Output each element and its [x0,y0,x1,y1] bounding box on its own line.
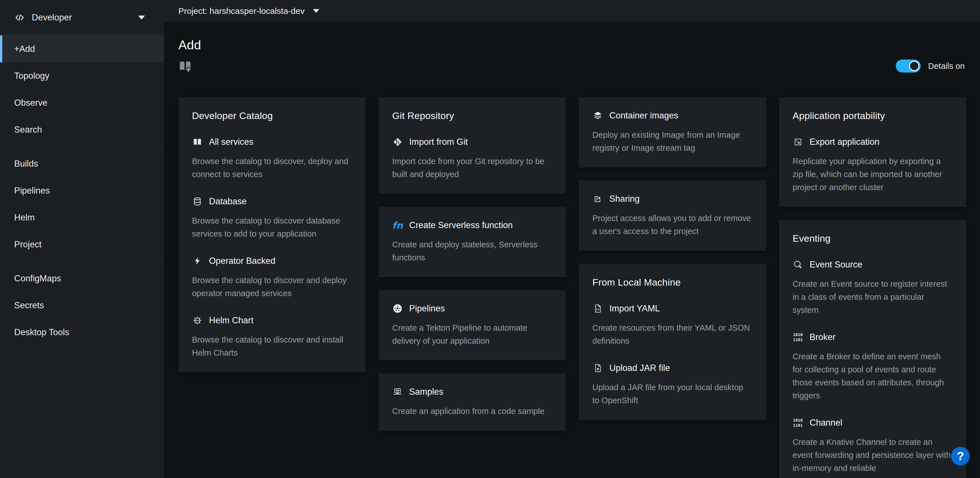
card-title: Developer Catalog [192,110,352,121]
database-icon [192,196,203,207]
svg-text:1101: 1101 [793,423,803,427]
chevron-down-icon [138,16,145,19]
action-label: Import from Git [409,137,468,147]
action-create-serverless-function[interactable]: fn Create Serverless function Create and… [392,220,552,264]
card-title: Application portability [792,110,953,121]
column-4: Application portability Export applicati… [779,97,966,478]
card-title: Eventing [792,233,953,244]
column-2: Git Repository [379,97,566,431]
action-label: Pipelines [409,303,445,314]
details-toggle-switch[interactable] [896,59,921,73]
export-icon [792,137,803,147]
action-description: Create an application from a code sample [392,405,552,418]
action-event-source[interactable]: Event Source Create an Event source to r… [792,259,953,316]
helm-icon: HELM [192,315,203,326]
pipelines-icon [392,303,403,314]
sidebar-item-helm[interactable]: Helm [0,204,164,231]
topbar: Project: harshcasper-localsta-dev [164,0,980,22]
header-divider [178,81,980,82]
sidebar-item-secrets[interactable]: Secrets [0,292,164,319]
action-label: Samples [409,387,444,397]
broker-icon: 1010 1101 [792,332,803,343]
card-pipelines: Pipelines Create a Tekton Pipeline to au… [379,290,566,360]
action-description: Create an Event source to register inter… [792,277,953,316]
action-samples[interactable]: Samples Create an application from a cod… [392,386,552,418]
bolt-icon [192,256,203,266]
function-icon: fn [392,220,403,231]
card-sharing: Sharing Project access allows you to add… [579,181,766,251]
add-card-columns: Developer Catalog All services Browse th… [178,97,980,478]
action-import-yaml[interactable]: Import YAML Create resources from their … [592,303,752,348]
action-broker[interactable]: 1010 1101 Broker Create a Broker to defi… [792,332,953,402]
action-label: Container images [609,111,678,121]
column-1: Developer Catalog All services Browse th… [178,97,366,372]
action-operator-backed[interactable]: Operator Backed Browse the catalog to di… [192,256,352,300]
page-header-row: Details on [178,59,980,73]
code-icon [14,12,25,23]
perspective-label: Developer [32,13,72,23]
toggle-knob-icon [909,61,919,71]
sidebar-item-project[interactable]: Project [0,231,164,258]
catalog-plus-icon[interactable] [178,59,192,73]
action-description: Create a Tekton Pipeline to automate del… [392,321,552,348]
action-description: Project access allows you to add or remo… [592,212,752,238]
action-label: Create Serverless function [409,220,513,230]
action-label: Database [209,196,247,206]
sidebar-divider [0,261,164,262]
chevron-down-icon [313,9,319,13]
action-label: Operator Backed [209,256,275,266]
action-description: Import code from your Git repository to … [392,155,552,181]
svg-text:1010: 1010 [793,332,803,337]
card-application-portability: Application portability Export applicati… [779,97,966,207]
sidebar-item-configmaps[interactable]: ConfigMaps [0,265,164,292]
sidebar-item-topology[interactable]: Topology [0,62,164,89]
action-description: Browse the catalog to discover database … [192,214,352,240]
book-icon [192,137,203,147]
action-database[interactable]: Database Browse the catalog to discover … [192,196,352,240]
action-label: Helm Chart [209,315,253,326]
details-toggle-label: Details on [928,62,965,71]
perspective-switcher[interactable]: Developer [0,0,164,35]
svg-text:1101: 1101 [793,337,803,342]
action-label: Channel [810,418,842,428]
sidebar-item-builds[interactable]: Builds [0,150,164,177]
action-upload-jar-file[interactable]: Upload JAR file Upload a JAR file from y… [592,363,752,407]
sidebar: Developer +Add Topology Observe Search B… [0,0,164,478]
action-label: Event Source [810,260,862,270]
action-description: Deploy an existing Image from an Image r… [592,129,752,154]
git-icon [392,137,403,147]
sidebar-item-pipelines[interactable]: Pipelines [0,177,164,204]
help-button[interactable]: ? [951,447,970,465]
details-toggle-group: Details on [896,59,965,73]
sidebar-item-observe[interactable]: Observe [0,89,164,116]
sidebar-item-desktop-tools[interactable]: Desktop Tools [0,319,164,346]
action-description: Browse the catalog to discover, deploy a… [192,155,352,181]
channel-icon: 1010 1101 [792,418,803,428]
action-sharing[interactable]: Sharing Project access allows you to add… [592,194,752,238]
action-description: Replicate your application by exporting … [792,155,953,194]
event-source-icon [792,259,803,270]
card-samples: Samples Create an application from a cod… [379,373,566,431]
action-helm-chart[interactable]: HELM Helm Chart Browse the catalog to di… [192,315,352,359]
action-label: Export application [810,137,879,147]
project-selector[interactable]: Project: harshcasper-localsta-dev [178,6,319,16]
share-icon [592,194,603,204]
action-channel[interactable]: 1010 1101 Channel Create a Knative Chann… [792,418,953,475]
action-all-services[interactable]: All services Browse the catalog to disco… [192,137,352,181]
sidebar-item-search[interactable]: Search [0,116,164,143]
layers-icon [592,110,603,121]
card-title: From Local Machine [592,277,752,288]
action-label: Broker [810,332,835,342]
action-description: Upload a JAR file from your local deskto… [592,381,752,407]
card-serverless-function: fn Create Serverless function Create and… [379,207,566,277]
yaml-file-icon [592,303,603,314]
svg-text:1010: 1010 [793,418,803,422]
action-container-images[interactable]: Container images Deploy an existing Imag… [592,110,752,154]
action-export-application[interactable]: Export application Replicate your applic… [792,137,953,194]
action-description: Browse the catalog to discover and deplo… [192,274,352,300]
action-pipelines[interactable]: Pipelines Create a Tekton Pipeline to au… [392,303,552,348]
page-title: Add [178,38,980,52]
action-import-from-git[interactable]: Import from Git Import code from your Gi… [392,137,552,181]
sidebar-item-add[interactable]: +Add [0,35,164,62]
action-label: All services [209,137,253,147]
